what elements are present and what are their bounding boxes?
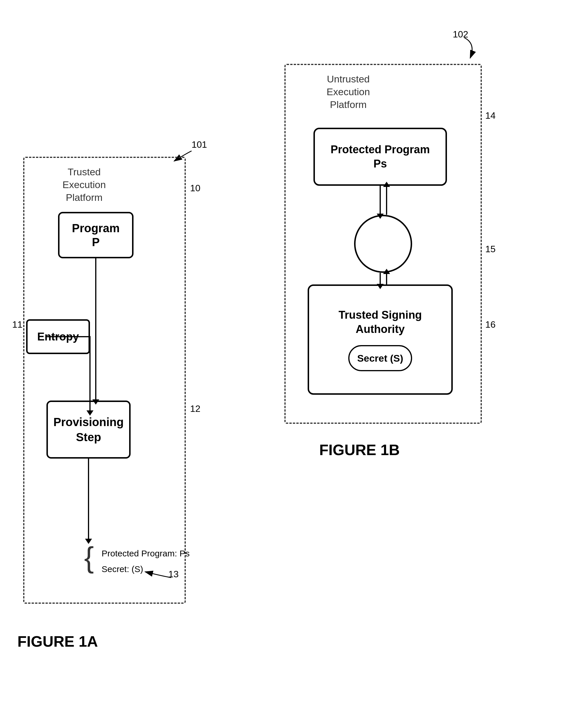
label-102: 102 bbox=[453, 29, 468, 40]
label-12: 12 bbox=[190, 403, 201, 414]
label-14: 14 bbox=[485, 110, 496, 121]
secret-s-text: Secret (S) bbox=[357, 353, 403, 364]
figure-1b-caption: FIGURE 1B bbox=[319, 441, 400, 459]
arrow-oval-to-pp-up bbox=[386, 186, 387, 215]
arrow-entropy-to-provisioning bbox=[89, 337, 90, 412]
line-entropy-horizontal bbox=[47, 336, 90, 337]
output-line1: Protected Program: Ps bbox=[102, 546, 190, 561]
arrow-pp-to-oval-down bbox=[380, 186, 381, 215]
provisioning-step-box: Provisioning Step bbox=[46, 401, 131, 459]
brace-left: { bbox=[84, 543, 94, 572]
arrow-oval-to-tsa-down bbox=[380, 273, 381, 285]
trusted-exec-platform-label: TrustedExecution Platform bbox=[44, 165, 125, 204]
protected-program-text: Protected Program Ps bbox=[331, 143, 430, 171]
figure-1a-caption: FIGURE 1A bbox=[17, 633, 98, 650]
trusted-signing-authority-box: Trusted Signing Authority Secret (S) bbox=[308, 285, 453, 395]
label-11: 11 bbox=[12, 319, 23, 330]
program-p-text: Program P bbox=[72, 221, 120, 249]
label-13: 13 bbox=[168, 569, 179, 580]
label-15: 15 bbox=[485, 244, 496, 255]
protected-program-box: Protected Program Ps bbox=[313, 128, 447, 186]
arrow-p-to-provisioning bbox=[95, 258, 96, 401]
program-p-box: Program P bbox=[58, 212, 133, 258]
secret-s-box: Secret (S) bbox=[348, 345, 412, 371]
arrow-provisioning-output bbox=[88, 459, 89, 540]
arrow-tsa-to-oval-up bbox=[386, 273, 387, 285]
label-10: 10 bbox=[190, 183, 201, 194]
oval-middle bbox=[354, 215, 412, 273]
diagram-container: TrustedExecution Platform 101 10 11 12 P… bbox=[0, 0, 588, 714]
untrusted-exec-label: UntrustedExecution Platform bbox=[308, 72, 389, 111]
label-101: 101 bbox=[192, 139, 207, 150]
provisioning-text: Provisioning Step bbox=[54, 415, 124, 445]
label-16: 16 bbox=[485, 319, 496, 330]
tsa-text: Trusted Signing Authority bbox=[338, 308, 422, 337]
